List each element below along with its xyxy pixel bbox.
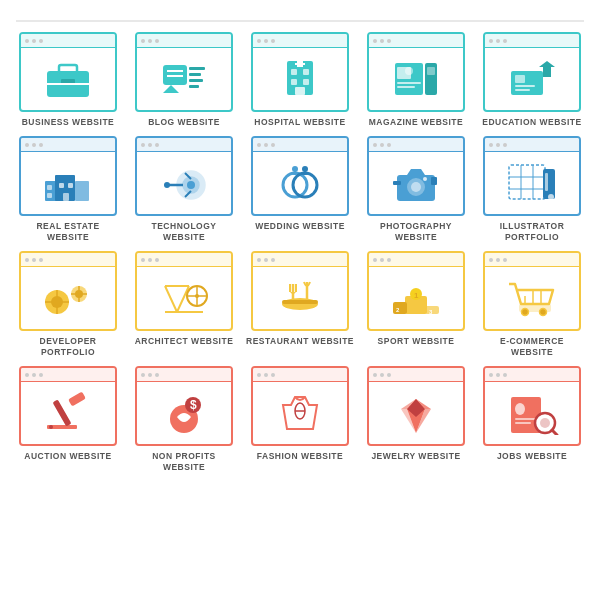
browser-dot bbox=[141, 373, 145, 377]
icon-label: HOSPITAL WEBSITE bbox=[254, 117, 345, 128]
browser-dot bbox=[39, 39, 43, 43]
browser-frame bbox=[251, 136, 349, 216]
browser-dot bbox=[380, 143, 384, 147]
browser-content bbox=[485, 267, 579, 329]
browser-dot bbox=[25, 39, 29, 43]
browser-frame bbox=[19, 251, 117, 331]
icon-label: NON PROFITS WEBSITE bbox=[130, 451, 238, 473]
browser-dot bbox=[32, 258, 36, 262]
svg-rect-118 bbox=[515, 422, 531, 424]
svg-point-64 bbox=[548, 194, 554, 200]
icon-label: EDUCATION WEBSITE bbox=[482, 117, 581, 128]
browser-dot bbox=[271, 143, 275, 147]
browser-bar bbox=[485, 138, 579, 152]
browser-frame bbox=[135, 136, 233, 216]
svg-rect-57 bbox=[509, 165, 545, 199]
svg-point-49 bbox=[292, 166, 298, 172]
browser-bar bbox=[369, 34, 463, 48]
browser-frame bbox=[135, 251, 233, 331]
svg-rect-30 bbox=[515, 89, 530, 91]
icon-cell: JEWELRY WEBSITE bbox=[362, 366, 470, 473]
browser-dot bbox=[373, 143, 377, 147]
icon-label: PHOTOGRAPHY WEBSITE bbox=[362, 221, 470, 243]
svg-point-54 bbox=[423, 177, 427, 181]
icon-cell: BUSINESS WEBSITE bbox=[14, 32, 122, 128]
browser-bar bbox=[253, 138, 347, 152]
browser-frame bbox=[367, 32, 465, 112]
svg-rect-11 bbox=[189, 85, 199, 88]
icon-label: BLOG WEBSITE bbox=[148, 117, 220, 128]
svg-rect-15 bbox=[291, 69, 297, 75]
browser-dot bbox=[148, 258, 152, 262]
icon-label: E-COMMERCE WEBSITE bbox=[478, 336, 586, 358]
icon-cell: REAL ESTATE WEBSITE bbox=[14, 136, 122, 243]
svg-point-95 bbox=[522, 309, 529, 316]
browser-dot bbox=[39, 143, 43, 147]
browser-bar bbox=[369, 368, 463, 382]
icon-cell: ARCHITECT WEBSITE bbox=[130, 251, 238, 358]
browser-frame bbox=[135, 32, 233, 112]
browser-bar bbox=[253, 34, 347, 48]
browser-bar bbox=[253, 368, 347, 382]
browser-bar bbox=[485, 34, 579, 48]
browser-dot bbox=[387, 258, 391, 262]
browser-content bbox=[137, 152, 231, 214]
browser-frame: $ bbox=[135, 366, 233, 446]
svg-line-120 bbox=[552, 430, 557, 435]
browser-dot bbox=[496, 143, 500, 147]
svg-rect-116 bbox=[515, 403, 525, 415]
browser-dot bbox=[155, 39, 159, 43]
svg-rect-62 bbox=[543, 169, 555, 199]
browser-dot bbox=[387, 373, 391, 377]
browser-dot bbox=[257, 143, 261, 147]
icon-cell: DEVELOPER PORTFOLIO bbox=[14, 251, 122, 358]
browser-dot bbox=[489, 258, 493, 262]
svg-rect-28 bbox=[515, 75, 525, 83]
svg-point-42 bbox=[187, 181, 195, 189]
browser-dot bbox=[380, 258, 384, 262]
browser-content bbox=[253, 267, 347, 329]
browser-dot bbox=[496, 39, 500, 43]
icon-label: TECHNOLOGY WEBSITE bbox=[130, 221, 238, 243]
icon-label: ARCHITECT WEBSITE bbox=[135, 336, 234, 347]
svg-rect-56 bbox=[431, 177, 437, 185]
svg-rect-19 bbox=[295, 87, 305, 95]
browser-dot bbox=[503, 373, 507, 377]
browser-content bbox=[369, 152, 463, 214]
browser-dot bbox=[373, 373, 377, 377]
browser-content bbox=[253, 382, 347, 444]
svg-rect-82 bbox=[282, 300, 318, 304]
browser-content bbox=[369, 382, 463, 444]
svg-rect-37 bbox=[47, 185, 52, 190]
browser-dot bbox=[380, 39, 384, 43]
icon-cell: WEDDING WEBSITE bbox=[246, 136, 354, 243]
icon-cell: MAGAZINE WEBSITE bbox=[362, 32, 470, 128]
browser-dot bbox=[489, 39, 493, 43]
header bbox=[0, 0, 600, 20]
icon-label: REAL ESTATE WEBSITE bbox=[14, 221, 122, 243]
browser-dot bbox=[271, 39, 275, 43]
browser-bar bbox=[369, 253, 463, 267]
browser-dot bbox=[257, 258, 261, 262]
browser-dot bbox=[271, 373, 275, 377]
browser-frame bbox=[483, 32, 581, 112]
browser-dot bbox=[141, 258, 145, 262]
browser-dot bbox=[25, 143, 29, 147]
icon-label: JOBS WEBSITE bbox=[497, 451, 567, 462]
svg-rect-8 bbox=[189, 67, 205, 70]
icon-cell: $ NON PROFITS WEBSITE bbox=[130, 366, 238, 473]
browser-frame bbox=[251, 366, 349, 446]
icon-cell: HOSPITAL WEBSITE bbox=[246, 32, 354, 128]
browser-bar bbox=[21, 368, 115, 382]
browser-bar bbox=[21, 34, 115, 48]
browser-content bbox=[21, 152, 115, 214]
icon-label: MAGAZINE WEBSITE bbox=[369, 117, 463, 128]
browser-bar bbox=[21, 138, 115, 152]
svg-rect-55 bbox=[393, 181, 401, 185]
browser-frame bbox=[19, 32, 117, 112]
browser-content: $ bbox=[137, 382, 231, 444]
browser-content bbox=[253, 48, 347, 110]
browser-content bbox=[485, 152, 579, 214]
svg-point-121 bbox=[540, 418, 550, 428]
browser-dot bbox=[32, 373, 36, 377]
